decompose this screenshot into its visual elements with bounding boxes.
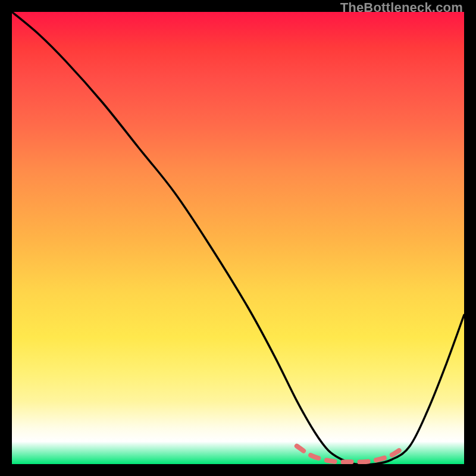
curve-svg	[12, 12, 464, 464]
chart-root: TheBottleneck.com	[0, 0, 476, 476]
main-curve-group	[12, 12, 464, 464]
plot-area	[12, 12, 464, 464]
optimal-zone-dashes	[297, 446, 405, 462]
bottleneck-curve-path	[12, 12, 464, 464]
watermark-label: TheBottleneck.com	[340, 0, 463, 15]
